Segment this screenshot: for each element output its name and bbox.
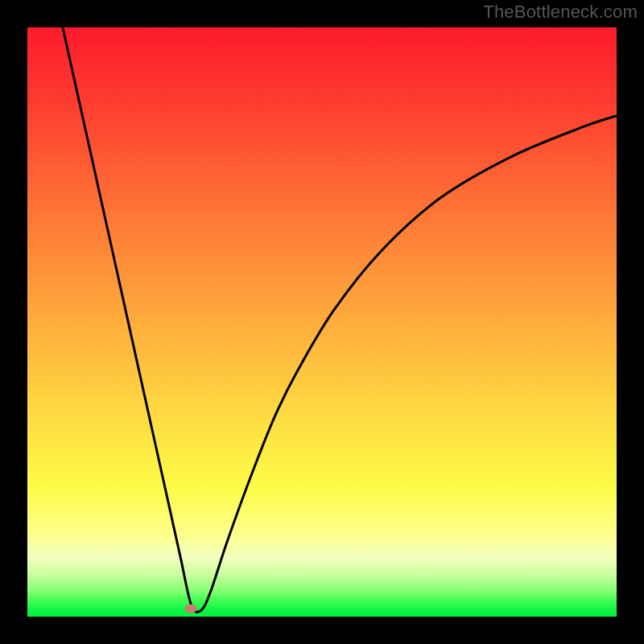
min-marker — [185, 604, 197, 613]
bottleneck-curve — [63, 27, 617, 612]
chart-frame: TheBottleneck.com — [0, 0, 644, 644]
plot-area — [27, 27, 617, 617]
attribution-text: TheBottleneck.com — [483, 2, 638, 23]
curve-svg — [27, 27, 617, 617]
